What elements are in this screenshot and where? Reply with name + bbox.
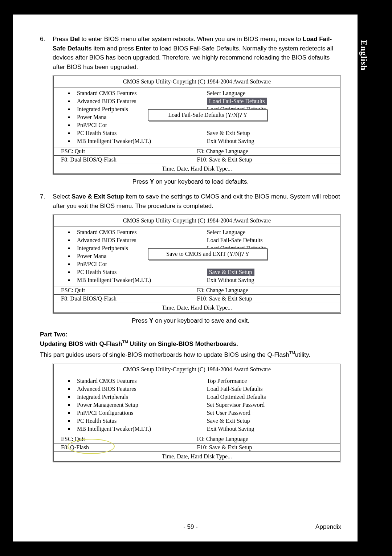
menu-item: Save & Exit Setup — [207, 417, 333, 425]
bios-title: CMOS Setup Utility-Copyright (C) 1984-20… — [54, 215, 340, 226]
menu-item: Advanced BIOS Features — [68, 98, 207, 105]
key-hint: F3: Change Language — [197, 287, 333, 294]
menu-item: Set Supervisor Password — [207, 401, 333, 409]
menu-item: Exit Without Saving — [207, 277, 333, 284]
menu-item: Power Management Setup — [68, 401, 207, 409]
bios-title: CMOS Setup Utility-Copyright (C) 1984-20… — [54, 364, 340, 375]
menu-item-highlighted: Load Fail-Safe Defaults — [207, 98, 333, 105]
step-text: Press Del to enter BIOS menu after syste… — [53, 34, 341, 71]
section-subtitle: Updating BIOS with Q-FlashTM Utility on … — [40, 340, 341, 348]
menu-item: Standard CMOS Features — [68, 229, 207, 236]
body-text: This part guides users of single-BIOS mo… — [40, 350, 341, 359]
key-hint: F8: Dual BIOS/Q-Flash — [61, 295, 197, 302]
page-content: English 6. Press Del to enter BIOS menu … — [13, 15, 358, 541]
menu-item: PC Health Status — [68, 417, 207, 425]
step-text: Select Save & Exit Setup item to save th… — [53, 192, 341, 210]
menu-item: MB Intelligent Tweaker(M.I.T.) — [68, 277, 207, 284]
menu-item: Save & Exit Setup — [207, 130, 333, 137]
menu-item: PC Health Status — [68, 269, 207, 276]
key-hint: F3: Change Language — [197, 436, 333, 442]
menu-item: Load Optimized Defaults — [207, 393, 333, 401]
menu-item: Load Fail-Safe Defaults — [207, 237, 333, 244]
key-hint: F8: Q-Flash — [61, 444, 197, 451]
confirm-dialog: Save to CMOS and EXIT (Y/N)? Y — [148, 248, 268, 260]
step-7: 7. Select Save & Exit Setup item to save… — [40, 192, 341, 210]
menu-item: Integrated Peripherals — [68, 393, 207, 401]
step-number: 6. — [40, 34, 53, 71]
key-hint: ESC: Quit — [61, 148, 197, 155]
menu-item: Load Fail-Safe Defaults — [207, 385, 333, 393]
section-title: Part Two: — [40, 331, 341, 338]
menu-item-highlighted: Save & Exit Setup — [207, 269, 333, 276]
menu-item: Exit Without Saving — [207, 425, 333, 433]
step-number: 7. — [40, 192, 53, 210]
menu-item: PnP/PCI Cor — [68, 261, 207, 268]
menu-item: Standard CMOS Features — [68, 377, 207, 385]
menu-item: Select Language — [207, 229, 333, 236]
menu-item: PnP/PCI Cor — [68, 122, 207, 129]
menu-item: MB Intelligent Tweaker(M.I.T.) — [68, 425, 207, 433]
status-line: Time, Date, Hard Disk Type... — [54, 164, 340, 173]
key-hint: F10: Save & Exit Setup — [197, 444, 333, 451]
key-hint: F10: Save & Exit Setup — [197, 295, 333, 302]
menu-item: Exit Without Saving — [207, 138, 333, 145]
key-hint: F8: Dual BIOS/Q-Flash — [61, 156, 197, 163]
menu-item: Top Performance — [207, 377, 333, 385]
key-hint: ESC: Quit — [61, 436, 197, 442]
bios-title: CMOS Setup Utility-Copyright (C) 1984-20… — [54, 76, 340, 87]
status-line: Time, Date, Hard Disk Type... — [54, 303, 340, 312]
menu-item: Advanced BIOS Features — [68, 385, 207, 393]
key-hint: F10: Save & Exit Setup — [197, 156, 333, 163]
bios-screenshot-2: CMOS Setup Utility-Copyright (C) 1984-20… — [53, 214, 341, 314]
key-hint: ESC: Quit — [61, 287, 197, 294]
menu-item: Advanced BIOS Features — [68, 237, 207, 244]
page-number: - 59 - — [40, 523, 341, 531]
page-footer: - 59 - Appendix — [40, 521, 341, 531]
language-tab: English — [358, 36, 370, 74]
menu-item: Select Language — [207, 90, 333, 97]
menu-item: PC Health Status — [68, 130, 207, 137]
menu-item: Set User Password — [207, 409, 333, 417]
status-line: Time, Date, Hard Disk Type... — [54, 452, 340, 461]
step-6: 6. Press Del to enter BIOS menu after sy… — [40, 34, 341, 71]
bios-screenshot-1: CMOS Setup Utility-Copyright (C) 1984-20… — [53, 75, 341, 175]
menu-item: PnP/PCI Configurations — [68, 409, 207, 417]
menu-item: MB Intelligent Tweaker(M.I.T.) — [68, 138, 207, 145]
bios-screenshot-3: CMOS Setup Utility-Copyright (C) 1984-20… — [53, 363, 341, 462]
confirm-dialog: Load Fail-Safe Defaults (Y/N)? Y — [148, 109, 268, 121]
caption: Press Y on your keyboard to load default… — [40, 178, 341, 185]
caption: Press Y on your keyboard to save and exi… — [40, 317, 341, 324]
key-hint: F3: Change Language — [197, 148, 333, 155]
menu-item: Standard CMOS Features — [68, 90, 207, 97]
